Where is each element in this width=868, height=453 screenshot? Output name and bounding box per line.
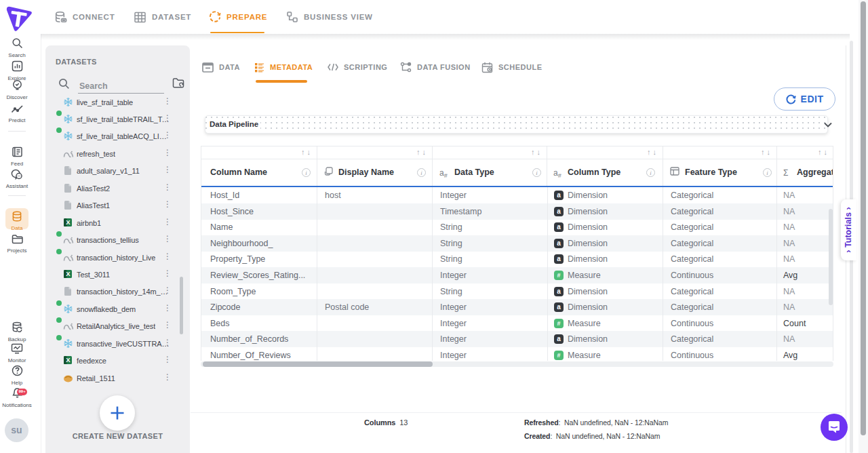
- svg-text:X: X: [66, 270, 71, 277]
- svg-text:X: X: [66, 357, 71, 364]
- svg-text:X: X: [66, 218, 71, 226]
